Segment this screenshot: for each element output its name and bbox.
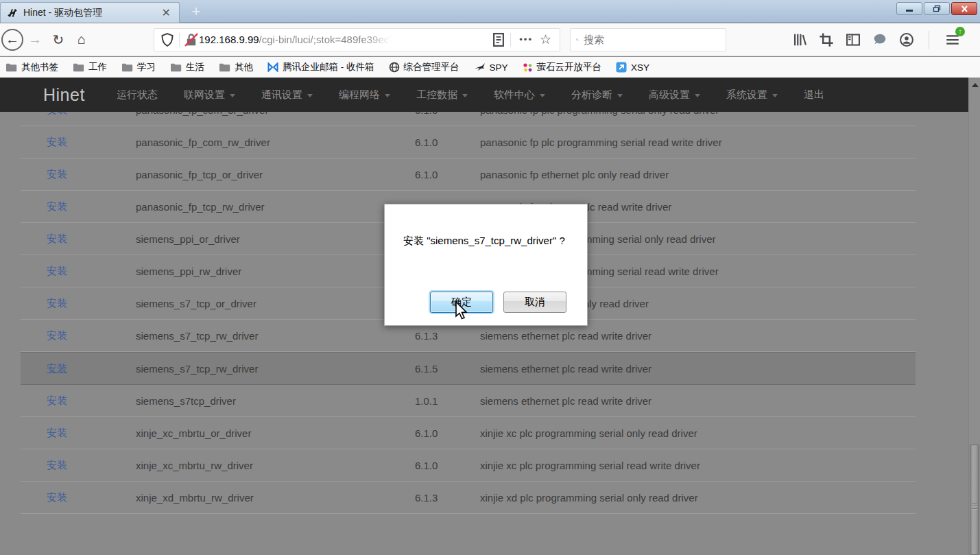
- tab-title: Hinet - 驱动包管理: [23, 7, 159, 19]
- install-link[interactable]: 安装: [47, 394, 67, 406]
- install-link[interactable]: 安装: [47, 136, 67, 147]
- nav-label: 软件中心: [494, 88, 535, 102]
- folder-icon: [170, 62, 182, 72]
- nav-programming-network[interactable]: 编程网络: [339, 88, 390, 102]
- search-bar[interactable]: [570, 28, 726, 51]
- tencent-mail-icon: [267, 62, 278, 72]
- back-button[interactable]: ←: [1, 29, 23, 51]
- forward-button[interactable]: →: [23, 28, 47, 51]
- nav-label: 分析诊断: [571, 88, 612, 102]
- driver-version: 6.1.0: [415, 460, 480, 471]
- install-link[interactable]: 安装: [47, 491, 67, 503]
- nav-industrial-data[interactable]: 工控数据: [416, 88, 468, 102]
- driver-version: 6.1.3: [415, 330, 480, 342]
- driver-name: panasonic_fp_tcp_rw_driver: [136, 201, 415, 213]
- scrollbar-up-arrow-icon[interactable]: [969, 80, 980, 90]
- chevron-down-icon: [617, 94, 623, 97]
- table-row: 安装 panasonic_fp_com_rw_driver 6.1.0 pana…: [21, 126, 916, 158]
- folder-icon: [5, 62, 17, 72]
- install-link[interactable]: 安装: [47, 459, 67, 471]
- app-menu-button[interactable]: ↑: [944, 31, 961, 49]
- site-favicon-icon: [6, 7, 19, 19]
- divider: [179, 33, 180, 47]
- reload-button[interactable]: ↻: [47, 28, 70, 51]
- bookmark-star-icon[interactable]: ☆: [540, 32, 551, 47]
- nav-software-center[interactable]: 软件中心: [494, 88, 545, 102]
- bookmark-folder-life[interactable]: 生活: [170, 61, 204, 73]
- bookmark-xsy[interactable]: XSY: [616, 62, 649, 73]
- close-button[interactable]: [951, 2, 977, 15]
- sidebar-icon[interactable]: [846, 32, 861, 47]
- folder-icon: [73, 62, 84, 72]
- driver-name: siemens_ppi_or_driver: [136, 233, 415, 245]
- title-bar: Hinet - 驱动包管理 ✕ +: [0, 0, 980, 23]
- home-button[interactable]: ⌂: [70, 28, 93, 51]
- bookmark-mgmt-platform[interactable]: 综合管理平台: [389, 61, 459, 73]
- site-logo[interactable]: Hinet: [43, 85, 85, 105]
- driver-desc: panasonic fp plc programming serial read…: [480, 137, 916, 148]
- chat-bubble-icon[interactable]: [872, 32, 887, 47]
- install-link[interactable]: 安装: [47, 362, 67, 374]
- bookmark-spy[interactable]: SPY: [474, 62, 508, 73]
- install-link[interactable]: 安装: [47, 200, 67, 212]
- cancel-button[interactable]: 取消: [503, 292, 566, 313]
- driver-version: 6.1.0: [415, 137, 480, 148]
- page-actions-icon[interactable]: •••: [519, 34, 533, 45]
- xsy-icon: [616, 62, 627, 73]
- site-nav-bar: Hinet 运行状态 联网设置 通讯设置 编程网络 工控数据 软件中心 分析诊断…: [0, 78, 980, 112]
- driver-version: 6.1.0: [415, 169, 480, 180]
- nav-analysis-diagnosis[interactable]: 分析诊断: [571, 88, 623, 102]
- bookmark-label: 其他书签: [21, 61, 58, 73]
- reader-mode-icon[interactable]: [491, 32, 506, 47]
- nav-run-status[interactable]: 运行状态: [117, 88, 158, 102]
- install-link[interactable]: 安装: [47, 265, 67, 276]
- screenshot-crop-icon[interactable]: [819, 32, 834, 47]
- tab-close-icon[interactable]: ✕: [159, 8, 174, 19]
- bookmark-label: 生活: [186, 61, 204, 73]
- bookmark-ezviz-platform[interactable]: 萤石云开放平台: [523, 61, 602, 73]
- driver-desc: siemens ethernet plc read write driver: [480, 363, 916, 375]
- bookmark-label: 综合管理平台: [404, 61, 459, 73]
- restore-button[interactable]: [924, 2, 950, 15]
- color-dots-icon: [523, 62, 533, 73]
- table-row: 安装 panasonic_fp_tcp_or_driver 6.1.0 pana…: [21, 158, 916, 191]
- bookmark-folder-study[interactable]: 学习: [121, 61, 156, 73]
- install-link[interactable]: 安装: [47, 427, 67, 438]
- chevron-down-icon: [462, 94, 468, 97]
- install-link[interactable]: 安装: [47, 297, 67, 309]
- install-link[interactable]: 安装: [47, 168, 67, 180]
- nav-logout[interactable]: 退出: [804, 88, 824, 102]
- install-link[interactable]: 安装: [47, 329, 67, 341]
- insecure-lock-icon[interactable]: [184, 32, 199, 47]
- browser-tab[interactable]: Hinet - 驱动包管理 ✕: [0, 2, 180, 23]
- driver-name: xinje_xd_mbrtu_rw_driver: [136, 492, 415, 504]
- nav-network-settings[interactable]: 联网设置: [184, 88, 235, 102]
- nav-system-settings[interactable]: 系统设置: [726, 88, 778, 102]
- bookmark-tencent-mail[interactable]: 腾讯企业邮箱 - 收件箱: [267, 61, 374, 73]
- driver-name: panasonic_fp_com_rw_driver: [136, 137, 415, 148]
- tracking-shield-icon[interactable]: [160, 32, 175, 47]
- scrollbar-thumb[interactable]: [970, 445, 979, 555]
- url-text[interactable]: 192.168.9.99/cgi-bin/luci/;stok=489fe39e…: [199, 34, 491, 45]
- url-bar[interactable]: 192.168.9.99/cgi-bin/luci/;stok=489fe39e…: [154, 28, 560, 51]
- driver-desc: siemens ethernet plc read write driver: [480, 395, 916, 407]
- chevron-down-icon: [540, 94, 545, 97]
- library-icon[interactable]: [792, 32, 807, 47]
- bookmark-folder-other-bookmarks[interactable]: 其他书签: [5, 61, 58, 73]
- search-input[interactable]: [584, 34, 720, 45]
- nav-advanced-settings[interactable]: 高级设置: [649, 88, 700, 102]
- minimize-button[interactable]: [896, 2, 922, 15]
- bookmark-folder-work[interactable]: 工作: [73, 61, 107, 73]
- new-tab-button[interactable]: +: [187, 4, 206, 21]
- install-link[interactable]: 安装: [47, 233, 67, 244]
- chevron-down-icon: [230, 94, 235, 97]
- vertical-scrollbar[interactable]: [968, 78, 980, 555]
- nav-label: 编程网络: [339, 88, 380, 102]
- driver-name: panasonic_fp_tcp_or_driver: [136, 169, 415, 180]
- nav-comm-settings[interactable]: 通讯设置: [261, 88, 313, 102]
- bookmark-label: SPY: [490, 62, 508, 73]
- bookmark-label: XSY: [631, 62, 649, 73]
- account-icon[interactable]: [899, 32, 914, 47]
- nav-label: 退出: [804, 88, 824, 102]
- bookmark-folder-misc[interactable]: 其他: [219, 61, 253, 73]
